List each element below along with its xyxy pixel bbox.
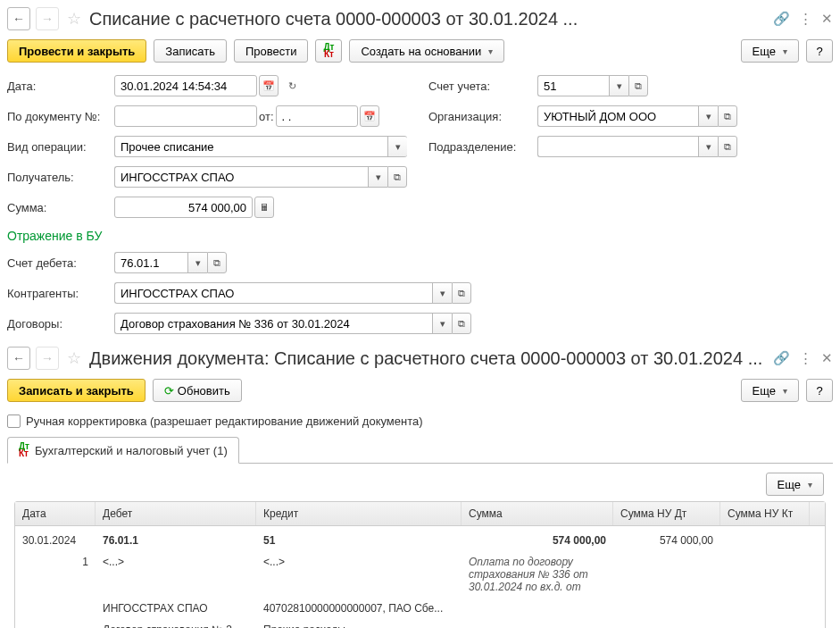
movements-more-menu-icon[interactable]: ⋮ — [799, 350, 812, 366]
bu-section-title: Отражение в БУ — [7, 229, 833, 243]
movements-link-icon[interactable]: 🔗 — [773, 350, 790, 366]
date-input[interactable] — [114, 75, 257, 96]
org-open-icon[interactable]: ⧉ — [718, 105, 737, 127]
contract-dropdown-icon[interactable]: ▾ — [432, 313, 452, 334]
optype-dropdown-icon[interactable]: ▾ — [387, 136, 407, 157]
nav-back-button[interactable]: ← — [7, 7, 30, 30]
dtkt-icon: ДтКт — [323, 44, 334, 58]
debit-account-label: Счет дебета: — [7, 256, 104, 270]
th-sum-nu-kt[interactable]: Сумма НУ Кт — [720, 502, 810, 525]
save-button[interactable]: Записать — [154, 39, 227, 63]
dtkt-button[interactable]: ДтКт — [315, 39, 342, 63]
subdivision-open-icon[interactable]: ⧉ — [718, 136, 737, 157]
main-toolbar: Провести и закрыть Записать Провести ДтК… — [7, 39, 833, 63]
nav-forward-button[interactable]: → — [36, 7, 59, 30]
create-based-on-button[interactable]: Создать на основании — [349, 39, 504, 63]
debit-account-open-icon[interactable]: ⧉ — [207, 252, 227, 273]
movements-save-close-button[interactable]: Записать и закрыть — [7, 379, 146, 402]
manual-edit-label: Ручная корректировка (разрешает редактир… — [26, 414, 423, 428]
th-date[interactable]: Дата — [15, 502, 96, 525]
debit-account-input[interactable] — [114, 252, 187, 273]
amount-label: Сумма: — [7, 201, 104, 214]
movements-toolbar: Записать и закрыть ⟳ Обновить Еще ? — [7, 379, 833, 402]
account-dropdown-icon[interactable]: ▾ — [609, 75, 628, 96]
movements-nav-forward-button[interactable]: → — [36, 347, 59, 370]
help-button[interactable]: ? — [806, 39, 833, 63]
movements-more-button[interactable]: Еще — [741, 379, 799, 402]
more-menu-icon[interactable]: ⋮ — [799, 11, 812, 27]
counterparty-label: Контрагенты: — [7, 287, 104, 300]
org-input[interactable] — [537, 105, 698, 127]
from-label: от: — [259, 110, 274, 123]
table-row[interactable]: 30.01.2024 76.01.1 51 574 000,00 574 000… — [15, 530, 825, 551]
movements-title-bar: ← → ☆ Движения документа: Списание с рас… — [7, 347, 833, 370]
subdivision-label: Подразделение: — [428, 140, 527, 154]
th-credit[interactable]: Кредит — [256, 502, 462, 525]
optype-input[interactable] — [114, 136, 387, 157]
table-header: Дата Дебет Кредит Сумма Сумма НУ Дт Сумм… — [15, 502, 825, 526]
subdivision-input[interactable] — [537, 136, 698, 157]
optype-label: Вид операции: — [7, 140, 104, 154]
more-button[interactable]: Еще — [741, 39, 799, 63]
from-calendar-icon[interactable]: 📅 — [360, 105, 379, 127]
link-icon[interactable]: 🔗 — [773, 11, 790, 27]
counterparty-input[interactable] — [114, 282, 432, 304]
close-icon[interactable]: ✕ — [821, 11, 833, 27]
th-sum[interactable]: Сумма — [462, 502, 613, 525]
refresh-date-icon[interactable]: ↻ — [280, 75, 304, 96]
movements-help-button[interactable]: ? — [806, 379, 833, 402]
tab-dtkt-icon: ДтКт — [19, 443, 29, 457]
account-open-icon[interactable]: ⧉ — [628, 75, 648, 96]
calendar-icon[interactable]: 📅 — [259, 75, 279, 96]
org-label: Организация: — [428, 110, 527, 123]
table-row[interactable]: ИНГОССТРАХ СПАО 40702810000000000007, ПА… — [15, 598, 825, 619]
counterparty-dropdown-icon[interactable]: ▾ — [432, 282, 452, 304]
recipient-input[interactable] — [114, 166, 368, 188]
tab-accounting[interactable]: ДтКт Бухгалтерский и налоговый учет (1) — [7, 437, 239, 464]
movements-favorite-icon[interactable]: ☆ — [64, 348, 84, 368]
movements-tabs: ДтКт Бухгалтерский и налоговый учет (1) — [7, 437, 833, 464]
page-title: Списание с расчетного счета 0000-000003 … — [89, 9, 768, 29]
form-bu: Счет дебета: ▾ ⧉ Контрагенты: ▾ ⧉ Догово… — [7, 252, 833, 334]
recipient-label: Получатель: — [7, 171, 104, 184]
account-input[interactable] — [537, 75, 609, 96]
account-label: Счет учета: — [428, 80, 527, 93]
docnum-input[interactable] — [114, 105, 257, 127]
movements-nav-back-button[interactable]: ← — [7, 347, 30, 370]
manual-edit-checkbox[interactable] — [7, 414, 21, 428]
contract-open-icon[interactable]: ⧉ — [452, 313, 471, 334]
title-bar: ← → ☆ Списание с расчетного счета 0000-0… — [7, 7, 833, 30]
recipient-open-icon[interactable]: ⧉ — [387, 166, 407, 188]
manual-edit-row: Ручная корректировка (разрешает редактир… — [7, 414, 833, 428]
table-row[interactable]: Договор страхования № 3... Прочие расход… — [15, 619, 825, 628]
movements-title: Движения документа: Списание с расчетног… — [89, 348, 768, 369]
date-label: Дата: — [7, 80, 104, 93]
post-and-close-button[interactable]: Провести и закрыть — [7, 39, 146, 63]
from-date-input[interactable] — [276, 105, 358, 127]
docnum-label: По документу №: — [7, 110, 104, 123]
recipient-dropdown-icon[interactable]: ▾ — [368, 166, 387, 188]
grid-more-button[interactable]: Еще — [766, 473, 824, 496]
contract-label: Договоры: — [7, 317, 104, 331]
th-debit[interactable]: Дебет — [96, 502, 256, 525]
contract-input[interactable] — [114, 313, 432, 334]
movements-refresh-button[interactable]: ⟳ Обновить — [153, 379, 242, 402]
amount-input[interactable] — [114, 197, 253, 218]
refresh-icon: ⟳ — [164, 384, 174, 398]
movements-close-icon[interactable]: ✕ — [821, 350, 833, 366]
table-row[interactable]: 1 <...> <...> Оплата по договору страхов… — [15, 551, 825, 598]
favorite-icon[interactable]: ☆ — [64, 9, 84, 29]
counterparty-open-icon[interactable]: ⧉ — [452, 282, 471, 304]
form-main: Дата: 📅 ↻ Счет учета: ▾ ⧉ По документу №… — [7, 75, 833, 218]
subdivision-dropdown-icon[interactable]: ▾ — [698, 136, 718, 157]
th-sum-nu-dt[interactable]: Сумма НУ Дт — [613, 502, 720, 525]
org-dropdown-icon[interactable]: ▾ — [698, 105, 718, 127]
post-button[interactable]: Провести — [234, 39, 309, 63]
calculator-icon[interactable]: 🖩 — [254, 197, 274, 218]
debit-account-dropdown-icon[interactable]: ▾ — [187, 252, 207, 273]
movements-table: Дата Дебет Кредит Сумма Сумма НУ Дт Сумм… — [14, 501, 826, 628]
